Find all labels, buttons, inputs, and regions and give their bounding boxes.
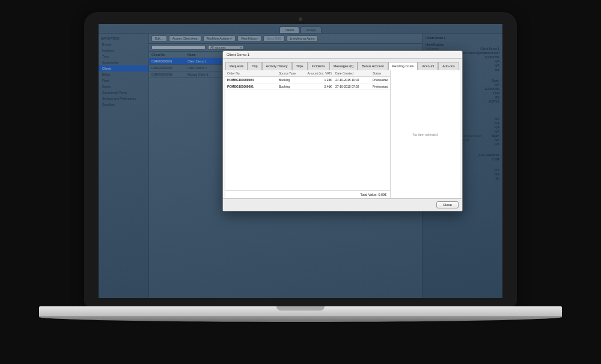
dialog-tab-pending-costs[interactable]: Pending Costs <box>388 62 418 70</box>
cell-status: Preinvoiced <box>371 83 390 89</box>
laptop-camera <box>299 17 302 21</box>
cell-amount: 2.46€ <box>302 83 334 89</box>
cell-order-no: POMBG101000004 <box>225 77 277 83</box>
sidebar-item-billing[interactable]: Billing <box>99 71 148 77</box>
dialog-tab-trip[interactable]: Trip <box>248 62 261 70</box>
sidebar: NAVIGATION Events Incidents Trips Access… <box>99 34 149 298</box>
dialog-tab-trips[interactable]: Trips <box>292 62 308 70</box>
detail-empty-message: No item selected <box>413 133 438 136</box>
cell-client-no: CMEG0000002 <box>149 65 185 71</box>
value-dob: N/A <box>495 117 499 121</box>
dialog-tab-account[interactable]: Account <box>418 62 438 70</box>
cell-status: Preinvoiced <box>371 77 390 83</box>
search-input[interactable] <box>151 45 206 50</box>
value-idcard2: N/A <box>495 126 499 130</box>
tab-groups[interactable]: Groups <box>300 26 321 33</box>
cell-date: 27-10-2015 07:02 <box>334 83 371 89</box>
workflow-actions-button[interactable]: Workflow Actions ▾ <box>203 35 236 41</box>
col-status[interactable]: Status <box>371 70 390 76</box>
value-agent: Yes <box>495 68 499 72</box>
value-bonus: 1.00€ <box>492 157 499 162</box>
access-client-area-button[interactable]: Access Client Area <box>169 35 201 41</box>
sidebar-item-clients[interactable]: Clients <box>99 65 148 71</box>
close-button[interactable]: Close <box>436 201 459 208</box>
value-status: ACTIVE <box>489 100 499 104</box>
sidebar-item-accessories[interactable]: Accessories <box>99 59 148 65</box>
top-tabstrip: Clients Groups <box>99 24 502 34</box>
cell-date: 27-10-2015 10:02 <box>334 77 371 83</box>
liveview-button[interactable]: LiveView as Agent <box>287 35 319 41</box>
total-value: 0.00€ <box>378 193 386 196</box>
cell-source: Booking <box>277 83 302 89</box>
cell-client-no: CMEG0000001 <box>149 58 185 64</box>
value-license: N/A <box>495 130 499 134</box>
section-identification: Identification <box>426 43 499 47</box>
sidebar-header: NAVIGATION <box>99 35 148 41</box>
value-addons: N/A <box>495 172 499 177</box>
value-full-name: Client Demo 1 <box>480 47 499 51</box>
edit-button[interactable]: Edit… <box>151 35 167 41</box>
value-tax: 123456789 <box>484 55 499 59</box>
value-idcard: N/A <box>495 121 499 126</box>
view-history-button[interactable]: View History <box>237 35 261 41</box>
value-lic-exp: N/A <box>495 138 499 142</box>
app-window: Clients Groups NAVIGATION Events Inciden… <box>99 24 502 298</box>
sidebar-item-suppliers[interactable]: Suppliers <box>99 102 148 108</box>
client-dialog: Client Demo 1 Requests Trip Activity His… <box>222 50 463 211</box>
toolbar: Edit… Access Client Area Workflow Action… <box>149 34 422 44</box>
dialog-tab-incidents[interactable]: Incidents <box>308 62 329 70</box>
cell-amount: 1.23€ <box>302 77 334 83</box>
sidebar-item-commercial-terms[interactable]: Commercial Terms <box>99 89 148 96</box>
info-title: Client Demo 1 <box>426 36 499 40</box>
dialog-tabstrip: Requests Trip Activity History Trips Inc… <box>223 59 462 70</box>
value-email: client.demo1@mailinator.com <box>460 51 499 55</box>
dialog-tab-messages[interactable]: Messages (0) <box>329 62 358 70</box>
order-detail-panel: No item selected <box>391 70 460 198</box>
laptop-base <box>39 306 562 324</box>
dialog-tab-bonus-account[interactable]: Bonus Account <box>358 62 388 70</box>
dialog-tab-addons[interactable]: Add-ons <box>438 62 459 70</box>
value-lic-country: Spain <box>492 134 499 138</box>
col-date-created[interactable]: Date Created <box>334 70 371 76</box>
value-address: N/A <box>495 83 499 87</box>
tab-clients[interactable]: Clients <box>279 26 299 33</box>
col-order-no[interactable]: Order No. <box>225 70 277 76</box>
chevron-down-icon: ▾ <box>240 46 242 49</box>
total-row: Total Value: 0.00€ <box>225 190 390 198</box>
value-occupation: N/A <box>495 64 499 68</box>
order-row[interactable]: POMBG101000004 Booking 1.23€ 27-10-2015 … <box>225 77 390 83</box>
col-amount[interactable]: Amount (Inc. VAT) <box>302 70 334 76</box>
value-predef-loc: No <box>496 177 499 181</box>
total-label: Total Value: <box>361 193 377 196</box>
value-pin: 1234 <box>493 91 499 96</box>
orders-table: Order No. Source Type Amount (Inc. VAT) … <box>225 70 391 198</box>
send-sms-button[interactable]: Send SMS <box>263 35 285 41</box>
value-payment-method: ATM Reference <box>478 153 499 157</box>
value-rfid: N/A <box>495 59 499 64</box>
sidebar-item-zones[interactable]: Zones <box>99 83 148 89</box>
dialog-title: Client Demo 1 <box>223 51 462 59</box>
sidebar-item-events[interactable]: Events <box>99 41 148 47</box>
cell-order-no: POMBG101000001 <box>225 83 277 89</box>
sidebar-item-fleet[interactable]: Fleet <box>99 77 148 83</box>
value-lic-file: N/A <box>495 142 499 147</box>
value-mean: N/A <box>495 168 499 172</box>
value-country-code: ES <box>495 96 499 100</box>
sidebar-item-incidents[interactable]: Incidents <box>99 47 148 53</box>
col-source-type[interactable]: Source Type <box>277 70 302 76</box>
cell-source: Booking <box>277 77 302 83</box>
col-client-no[interactable]: Client No. <box>149 52 185 58</box>
value-country: Spain <box>492 79 499 83</box>
status-filter-value: All statuses <box>210 46 226 49</box>
sidebar-item-settings[interactable]: Settings and Preferences <box>99 96 148 102</box>
cell-client-no: CMEG0000003 <box>149 71 185 77</box>
value-phone: 123456789 <box>484 87 499 91</box>
dialog-tab-requests[interactable]: Requests <box>225 62 248 70</box>
dialog-tab-activity-history[interactable]: Activity History <box>262 62 292 70</box>
order-row[interactable]: POMBG101000001 Booking 2.46€ 27-10-2015 … <box>225 83 390 90</box>
status-filter-select[interactable]: All statuses ▾ <box>208 45 244 50</box>
sidebar-item-trips[interactable]: Trips <box>99 53 148 59</box>
